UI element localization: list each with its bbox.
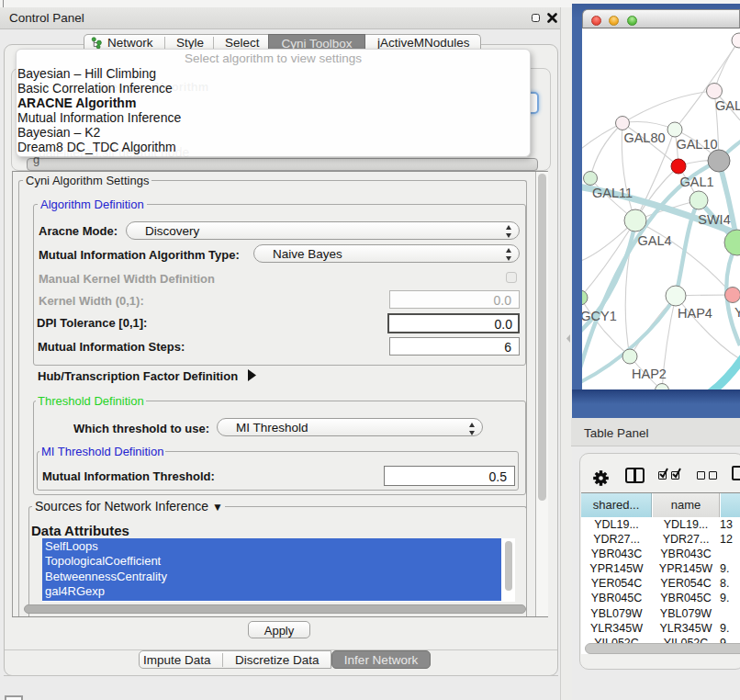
svg-text:GAL80: GAL80 <box>623 130 665 145</box>
svg-text:GAL2: GAL2 <box>715 98 740 113</box>
svg-text:HAP2: HAP2 <box>632 367 667 381</box>
svg-text:GAL10: GAL10 <box>676 137 717 152</box>
svg-text:Y: Y <box>734 305 740 320</box>
svg-text:GAL11: GAL11 <box>592 186 633 200</box>
svg-text:GAL4: GAL4 <box>637 233 671 248</box>
svg-text:SWI4: SWI4 <box>698 212 730 227</box>
svg-text:GCY1: GCY1 <box>582 309 617 323</box>
svg-text:HAP4: HAP4 <box>678 306 712 321</box>
svg-text:GAL1: GAL1 <box>679 175 713 189</box>
